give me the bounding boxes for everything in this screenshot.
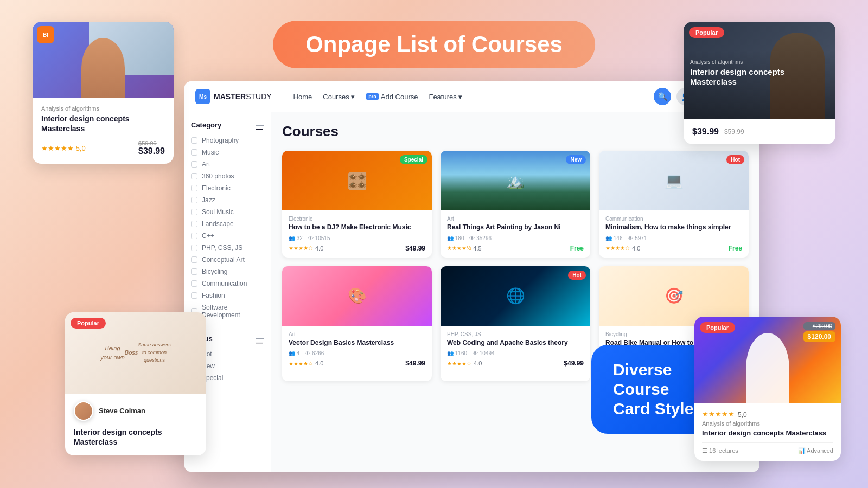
price-3: Free (729, 245, 742, 252)
students-5: 👥 1160 (447, 350, 467, 356)
label-landscape: Landscape (202, 220, 234, 228)
checkbox-jazz[interactable] (191, 197, 197, 203)
course-title-3: Minimalism, How to make things simpler (605, 223, 742, 232)
course-card-2[interactable]: 🏔️ New Art Real Things Art Painting by J… (441, 151, 590, 258)
sidebar-item-cpp[interactable]: C++ (191, 230, 264, 242)
course-title-1: How to be a DJ? Make Electronic Music (289, 223, 425, 232)
label-360photos: 360 photos (202, 172, 234, 180)
course-stats-3: 👥 146 👁 5971 (605, 235, 742, 241)
lectures-count: ☰ 16 lectures (702, 447, 738, 454)
checkbox-music[interactable] (191, 149, 197, 156)
instructor-avatar (74, 401, 93, 421)
students-3: 👥 146 (605, 235, 622, 241)
collapse-category[interactable]: — (256, 125, 264, 126)
course-stats-1: 👥 32 👁 10515 (289, 235, 425, 241)
course-info-3: Communication Minimalism, How to make th… (599, 210, 749, 258)
card-right-bottom-stars: ★★★★★ (702, 410, 735, 418)
card-left-bottom-avatar-row: Steve Colman (65, 394, 206, 423)
stars-2: ★★★★½ (447, 245, 471, 251)
person-silhouette (746, 333, 789, 403)
students-1: 👥 32 (289, 235, 303, 241)
card-left-top-pricing: ★★★★★ 5,0 $59.99 $39.99 (41, 140, 165, 156)
course-card-1[interactable]: 🎛️ Special Electronic How to be a DJ? Ma… (282, 151, 432, 258)
checkbox-cpp[interactable] (191, 233, 197, 239)
rating-num-5: 4.0 (474, 360, 482, 367)
label-electronic: Electronic (202, 184, 231, 192)
checkbox-360photos[interactable] (191, 173, 197, 179)
badge-hot-3: Hot (726, 155, 744, 164)
rating-num-1: 4.0 (315, 245, 323, 252)
card-right-bottom-title: Interior design concepts Masterclass (702, 429, 833, 438)
browser-navbar: Ms MASTERSTUDY Home Courses ▾ pro Add Co… (184, 81, 760, 112)
course-card-3[interactable]: 💻 Hot Communication Minimalism, How to m… (599, 151, 749, 258)
nav-features[interactable]: Features ▾ (429, 93, 462, 101)
checkbox-bicycling[interactable] (191, 268, 197, 275)
rating-num-2: 4.5 (473, 245, 481, 252)
logo-text: MASTERSTUDY (214, 92, 272, 101)
checkbox-php[interactable] (191, 245, 197, 251)
course-footer-4: ★★★★☆ 4.0 $49.99 (289, 359, 425, 367)
sidebar-item-art[interactable]: Art (191, 158, 264, 170)
checkbox-landscape[interactable] (191, 221, 197, 227)
card-left-top-subtitle: Analysis of algorithms (41, 105, 165, 112)
checkbox-fashion[interactable] (191, 292, 197, 299)
sidebar-item-fashion[interactable]: Fashion (191, 290, 264, 301)
label-jazz: Jazz (202, 196, 215, 204)
card-left-top-new-price: $39.99 (138, 146, 165, 156)
checkbox-photography[interactable] (191, 137, 197, 144)
stars-row: ★★★★★ 5,0 (702, 410, 833, 419)
sidebar-item-php[interactable]: PHP, CSS, JS (191, 242, 264, 254)
card-left-top[interactable]: Bl Popular Analysis of algorithms Interi… (33, 22, 174, 164)
course-card-4[interactable]: 🎨 Art Vector Design Basics Masterclass 👥… (282, 266, 432, 381)
checkbox-conceptual[interactable] (191, 256, 197, 263)
sidebar-item-360photos[interactable]: 360 photos (191, 170, 264, 182)
checkbox-electronic[interactable] (191, 185, 197, 191)
nav-courses[interactable]: Courses ▾ (323, 93, 355, 101)
price-4: $49.99 (405, 359, 425, 367)
course-card-5[interactable]: 🌐 Hot PHP, CSS, JS Web Coding and Apache… (441, 266, 590, 381)
sidebar-item-soul-music[interactable]: Soul Music (191, 206, 264, 218)
sidebar-item-conceptual[interactable]: Conceptual Art (191, 254, 264, 266)
card-right-bottom-rating: 5,0 (738, 411, 747, 419)
rating-3: ★★★★☆ 4.0 (605, 245, 640, 252)
course-info-2: Art Real Things Art Painting by Jason Ni… (441, 210, 590, 258)
stars-5: ★★★★☆ (447, 361, 471, 367)
students-4: 👥 4 (289, 350, 299, 356)
sidebar-item-music[interactable]: Music (191, 146, 264, 158)
card-left-top-body: Analysis of algorithms Interior design c… (33, 98, 174, 164)
checkbox-art[interactable] (191, 161, 197, 168)
card-right-bottom-subtitle: Analysis of algorithms (702, 420, 833, 427)
card-right-top-title: Interior design concepts Masterclass (690, 67, 829, 87)
students-2: 👥 180 (447, 235, 464, 241)
sidebar-item-communication[interactable]: Communication (191, 278, 264, 290)
card-right-bottom[interactable]: Popular $290.00 $120.00 ★★★★★ 5,0 Analys… (694, 317, 841, 461)
sidebar-item-landscape[interactable]: Landscape (191, 218, 264, 230)
label-cpp: C++ (202, 232, 214, 240)
badge-hot-5: Hot (568, 271, 586, 280)
card-left-bottom[interactable]: Popular Beingyour ownBossSame answersto … (65, 312, 206, 455)
course-title-4: Vector Design Basics Masterclass (289, 339, 425, 348)
rating-4: ★★★★☆ 4.0 (289, 360, 323, 367)
course-info-4: Art Vector Design Basics Masterclass 👥 4… (282, 326, 432, 373)
views-5: 👁 10494 (473, 350, 495, 356)
sidebar-item-photography[interactable]: Photography (191, 134, 264, 146)
search-button[interactable]: 🔍 (654, 88, 671, 105)
card-right-top[interactable]: Popular Analysis of algorithms Interior … (684, 22, 835, 144)
nav-home[interactable]: Home (293, 93, 312, 101)
sidebar-item-electronic[interactable]: Electronic (191, 182, 264, 194)
checkbox-soul-music[interactable] (191, 209, 197, 215)
sidebar-item-bicycling[interactable]: Bicycling (191, 266, 264, 278)
views-4: 👁 6266 (305, 350, 324, 356)
rating-num-3: 4.0 (632, 245, 640, 252)
collapse-status[interactable]: — (256, 338, 264, 339)
card-right-top-body: $39.99 $59.99 (684, 119, 835, 144)
logo[interactable]: Ms MASTERSTUDY (195, 89, 272, 104)
nav-add-course[interactable]: pro Add Course (366, 93, 418, 101)
course-info-1: Electronic How to be a DJ? Make Electron… (282, 210, 432, 258)
label-fashion: Fashion (202, 292, 225, 299)
sidebar-item-jazz[interactable]: Jazz (191, 194, 264, 206)
checkbox-communication[interactable] (191, 280, 197, 287)
stars-3: ★★★★☆ (605, 245, 630, 251)
page-title: Courses (282, 123, 749, 140)
label-conceptual: Conceptual Art (202, 256, 245, 264)
